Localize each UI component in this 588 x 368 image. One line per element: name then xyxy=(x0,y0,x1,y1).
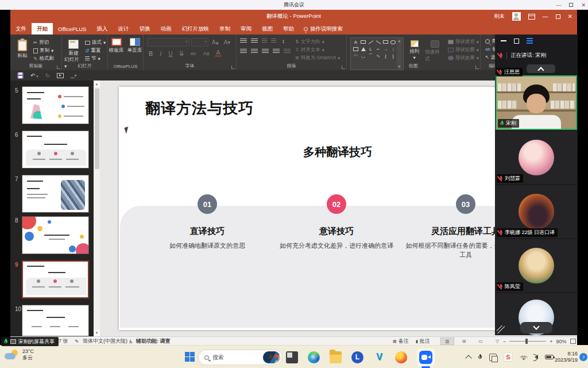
columns-icon[interactable] xyxy=(284,49,291,54)
tab-insert[interactable]: 插入 xyxy=(91,23,113,34)
edge-icon[interactable] xyxy=(308,351,320,363)
thumbnail-slide-9-selected[interactable]: 9 xyxy=(10,260,94,299)
tab-slideshow[interactable]: 幻灯片放映 xyxy=(176,23,214,34)
taskbar-search[interactable]: 搜索 xyxy=(198,350,283,365)
v-app-icon[interactable]: V xyxy=(373,351,385,363)
scroll-down-icon[interactable]: ▼ xyxy=(94,329,100,336)
taskbar-clock[interactable]: 8:16 2023/9/19 xyxy=(555,346,578,368)
video-tile[interactable]: 刘慧霖 xyxy=(496,131,577,184)
app-icon[interactable] xyxy=(286,351,298,363)
align-left-icon[interactable] xyxy=(240,49,247,54)
shape-effects-button[interactable]: 形状效果 ▾ xyxy=(448,55,479,61)
reading-view-button[interactable]: ▭ xyxy=(474,338,488,345)
lenovo-app-icon[interactable]: L xyxy=(351,351,363,363)
redo-icon[interactable]: ↻ xyxy=(45,72,50,79)
thumbnail-slide-6[interactable]: 6 xyxy=(10,131,94,169)
align-text-button[interactable]: ⇳对齐文本 ▾ xyxy=(295,47,340,53)
ribbon-display-options-icon[interactable] xyxy=(528,14,535,20)
underline-button[interactable]: U xyxy=(167,51,175,57)
normal-view-button[interactable]: ▥ xyxy=(440,338,454,345)
reset-button[interactable]: ↺重置 xyxy=(85,47,106,55)
video-tile[interactable]: 陈凤莹 xyxy=(496,239,577,292)
shrink-font-icon[interactable]: A▾ xyxy=(222,39,233,45)
slide-title[interactable]: 翻译方法与技巧 xyxy=(145,98,254,118)
scroll-up-icon[interactable]: ▲ xyxy=(94,80,100,87)
proofing-icon[interactable]: ✎ xyxy=(75,337,79,345)
maximize-icon[interactable] xyxy=(569,3,573,7)
tab-record[interactable]: 录制 xyxy=(214,23,235,34)
tab-help[interactable]: 帮助 xyxy=(278,23,299,34)
cut-button[interactable]: ✂剪切 xyxy=(33,39,54,47)
align-right-icon[interactable] xyxy=(262,49,269,54)
align-center-icon[interactable] xyxy=(251,49,258,54)
firefox-icon[interactable] xyxy=(395,351,407,363)
tab-officeplus[interactable]: OfficePLUS xyxy=(53,23,91,34)
thumbnail-slide-5[interactable]: 5 xyxy=(10,86,94,125)
volume-icon[interactable] xyxy=(535,355,538,359)
tab-review[interactable]: 审阅 xyxy=(235,23,257,34)
start-slideshow-icon[interactable] xyxy=(57,73,64,78)
file-explorer-icon[interactable] xyxy=(330,351,342,363)
sidebar-resize-handle[interactable] xyxy=(497,325,505,334)
tencent-meeting-taskbar-icon[interactable] xyxy=(417,348,435,366)
clipboard-dialog-launcher[interactable] xyxy=(57,66,60,69)
slide-sorter-view-button[interactable]: ⊞ xyxy=(457,338,471,345)
shape-outline-button[interactable]: 形状轮廓 ▾ xyxy=(448,47,479,53)
text-direction-button[interactable]: ⇅文字方向 ▾ xyxy=(295,39,340,45)
account-avatar[interactable] xyxy=(512,12,521,21)
grow-font-icon[interactable]: A▴ xyxy=(210,39,220,45)
font-size-combo[interactable] xyxy=(191,38,208,47)
increase-indent-icon[interactable] xyxy=(271,39,276,44)
italic-button[interactable]: I xyxy=(158,51,163,57)
slide-subtitle[interactable]: 多种翻译技巧 xyxy=(280,144,395,160)
save-icon[interactable] xyxy=(17,72,24,79)
thumbnail-scrollbar[interactable]: ▲ ▼ xyxy=(94,80,100,336)
notification-badge[interactable]: ? xyxy=(579,353,587,361)
language-status[interactable]: 简体中文(中国大陆) xyxy=(83,337,127,345)
wifi-icon[interactable] xyxy=(520,354,528,360)
collapse-panel-button[interactable] xyxy=(527,64,555,73)
shape-fill-button[interactable]: 形状填充 ▾ xyxy=(448,39,479,45)
accessibility-status[interactable]: 辅助功能: 调查 xyxy=(136,337,171,345)
section-button[interactable]: 节 ▾ xyxy=(85,55,106,63)
search-daily-image[interactable] xyxy=(263,351,280,363)
comments-button[interactable]: ▮批注 xyxy=(416,337,430,345)
tab-design[interactable]: 设计 xyxy=(113,23,134,34)
ppt-restore-icon[interactable] xyxy=(556,14,560,19)
character-spacing-button[interactable]: AV xyxy=(188,51,198,56)
font-name-combo[interactable] xyxy=(147,38,189,47)
my-mic-muted-icon[interactable] xyxy=(498,53,503,59)
minimize-icon[interactable]: — xyxy=(556,2,561,8)
convert-smartart-button[interactable]: ⊞转换为 SmartArt ▾ xyxy=(295,55,340,61)
decrease-indent-icon[interactable] xyxy=(262,39,267,44)
sogou-input-icon[interactable]: S xyxy=(504,352,513,362)
numbering-icon[interactable] xyxy=(251,39,258,44)
video-tile-speaker[interactable]: 宋刚 xyxy=(496,75,577,130)
template-library-button[interactable]: 模板库 xyxy=(109,38,124,54)
tab-animations[interactable]: 动画 xyxy=(155,23,176,34)
thumbnail-slide-7[interactable]: 7 xyxy=(10,175,94,213)
zoom-out-icon[interactable]: − xyxy=(503,339,506,344)
strikethrough-button[interactable]: S xyxy=(178,51,185,57)
customize-qat-icon[interactable]: ▁▾ xyxy=(71,73,76,78)
line-spacing-icon[interactable]: ↕ xyxy=(280,38,287,44)
page-library-button[interactable]: 单页库 xyxy=(127,38,142,54)
drawing-dialog-launcher[interactable] xyxy=(475,66,479,69)
start-button[interactable] xyxy=(185,352,195,362)
tell-me-search[interactable]: 操作说明搜索 xyxy=(299,23,347,34)
sidebar-maximize-icon[interactable] xyxy=(514,39,519,44)
bullets-icon[interactable] xyxy=(240,39,247,44)
video-tile[interactable] xyxy=(496,293,577,335)
ppt-minimize-icon[interactable]: — xyxy=(543,13,548,20)
tray-expand-icon[interactable] xyxy=(465,355,471,361)
bold-button[interactable]: B xyxy=(147,51,154,57)
tab-file[interactable]: 文件 xyxy=(10,23,32,34)
ime-icon[interactable] xyxy=(489,354,497,361)
zoom-slider-thumb[interactable] xyxy=(525,339,528,344)
zoom-slider[interactable] xyxy=(509,341,546,342)
tab-home[interactable]: 开始 xyxy=(32,23,53,34)
zoom-in-icon[interactable]: + xyxy=(550,339,552,344)
sidebar-menu-icon[interactable] xyxy=(527,38,533,44)
video-tile[interactable]: 李晓娜 22级 日语口译 xyxy=(496,185,577,238)
copy-button[interactable]: 复制 ▾ xyxy=(33,47,54,55)
